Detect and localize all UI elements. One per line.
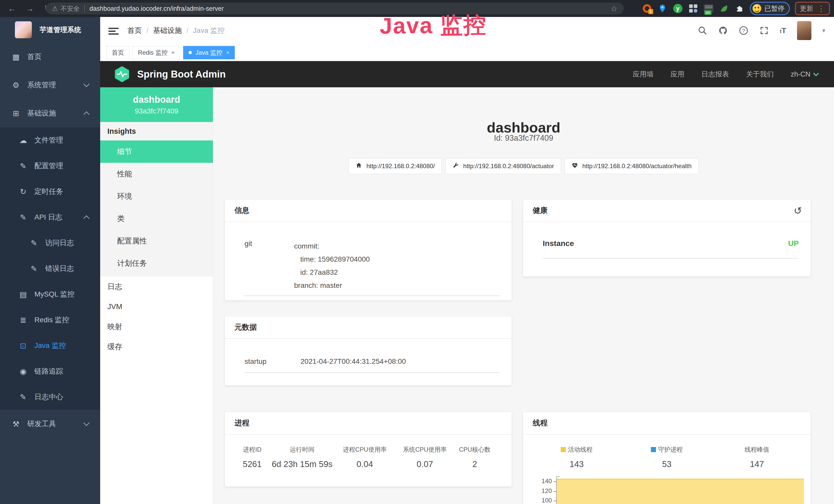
history-icon[interactable]: ↺ xyxy=(794,205,802,216)
url-text[interactable]: dashboard.yudao.iocoder.cn/infra/admin-s… xyxy=(89,5,224,12)
fullscreen-icon[interactable] xyxy=(759,26,769,36)
admin-logo-row[interactable]: 芋道管理系统 xyxy=(0,17,100,43)
sba-menu-细节[interactable]: 细节 xyxy=(100,140,213,163)
address-bar[interactable]: ⚠ 不安全 dashboard.yudao.iocoder.cn/infra/a… xyxy=(46,3,623,15)
chart-ytick-label: 120– xyxy=(535,487,557,495)
tab-label: 首页 xyxy=(112,48,124,57)
sba-menu-映射[interactable]: 映射 xyxy=(100,317,213,337)
hamburger-icon[interactable] xyxy=(108,26,119,35)
info-card: 信息 git commit:time: 1596289704000id: 27a… xyxy=(225,200,512,300)
font-size-icon[interactable]: tT xyxy=(780,26,786,35)
spring-boot-admin-logo[interactable] xyxy=(113,66,130,83)
process-card-title: 进程 xyxy=(225,412,512,435)
info-git-line: id: 27aa832 xyxy=(294,266,370,279)
sba-menu-性能[interactable]: 性能 xyxy=(100,163,213,185)
sidebar-item-配置管理[interactable]: ✎配置管理 xyxy=(0,153,100,179)
threads-stats-row: 活动线程143守护进程53线程峰值147 xyxy=(532,445,802,469)
switch-extension-icon[interactable]: on xyxy=(704,3,714,14)
y-extension-icon[interactable]: y xyxy=(673,3,683,14)
instance-id: 93a3fc7f7409 xyxy=(135,107,178,115)
sidebar-item-Java-监控[interactable]: ⊡Java 监控 xyxy=(0,333,100,359)
sidebar-item-Redis-监控[interactable]: ≣Redis 监控 xyxy=(0,307,100,333)
browser-update-button[interactable]: 更新 ⋮ xyxy=(795,2,830,15)
breadcrumb-item[interactable]: 基础设施 xyxy=(153,26,182,36)
sidebar-item-定时任务[interactable]: ↻定时任务 xyxy=(0,179,100,204)
github-icon[interactable] xyxy=(718,26,728,36)
sidebar-item-基础设施[interactable]: ⊞基础设施 xyxy=(0,99,100,127)
sba-menu-配置属性[interactable]: 配置属性 xyxy=(100,230,213,252)
sba-nav-关于我们[interactable]: 关于我们 xyxy=(746,70,774,79)
sba-nav-应用墙[interactable]: 应用墙 xyxy=(633,70,654,79)
sba-menu-JVM[interactable]: JVM xyxy=(100,297,213,317)
info-git-line: commit: xyxy=(294,239,370,253)
sidebar-item-文件管理[interactable]: ☁文件管理 xyxy=(0,127,100,153)
info-git-line: time: 1596289704000 xyxy=(294,253,370,266)
bookmark-star-icon[interactable]: ☆ xyxy=(611,4,617,13)
pin-extension-icon[interactable] xyxy=(657,3,667,14)
close-icon[interactable]: × xyxy=(226,49,229,56)
colorpicker-extension-icon[interactable]: 1 xyxy=(642,3,652,14)
health-card-title: 健康 xyxy=(533,205,548,216)
sba-nav-日志报表[interactable]: 日志报表 xyxy=(701,70,729,79)
user-avatar[interactable] xyxy=(797,21,811,40)
sidebar-item-MySQL-监控[interactable]: ▤MySQL 监控 xyxy=(0,281,100,307)
sba-menu-日志[interactable]: 日志 xyxy=(100,276,213,297)
chevron-down-icon xyxy=(84,85,88,89)
log-icon: ✎ xyxy=(29,264,39,273)
page-title: dashboard xyxy=(213,119,834,136)
instance-header[interactable]: dashboard 93a3fc7f7409 xyxy=(100,87,213,122)
insights-group-label: Insights xyxy=(100,122,213,140)
grid-extension-icon[interactable] xyxy=(688,3,698,14)
sba-menu-计划任务[interactable]: 计划任务 xyxy=(100,252,213,274)
sba-menu-环境[interactable]: 环境 xyxy=(100,185,213,207)
profile-avatar-emoji xyxy=(752,4,761,13)
caret-down-icon[interactable]: ▾ xyxy=(822,27,825,34)
profile-paused-badge[interactable]: 已暂停 xyxy=(750,2,790,15)
sba-menu-类[interactable]: 类 xyxy=(100,207,213,230)
sidebar-item-label: 链路追踪 xyxy=(35,366,63,376)
sidebar-item-首页[interactable]: ▦首页 xyxy=(0,43,100,71)
instance-link-button[interactable]: http://192.168.0.2:48080/ xyxy=(349,158,442,174)
sidebar-item-label: 基础设施 xyxy=(27,108,56,118)
chart-ytick-label: 140– xyxy=(535,478,557,485)
leaf-extension-icon[interactable] xyxy=(719,3,729,14)
forward-icon[interactable]: → xyxy=(25,4,35,13)
stat-value: 53 xyxy=(622,459,712,469)
health-instance-row: Instance UP xyxy=(543,239,799,258)
sba-brand-title[interactable]: Spring Boot Admin xyxy=(137,69,226,80)
sidebar-item-API-日志[interactable]: ✎API 日志 xyxy=(0,204,100,230)
sidebar-item-访问日志[interactable]: ✎访问日志 xyxy=(0,230,100,256)
breadcrumb-item[interactable]: Java 监控 xyxy=(193,26,225,36)
breadcrumb-separator: / xyxy=(186,26,189,35)
sidebar-item-链路追踪[interactable]: ◉链路追踪 xyxy=(0,359,100,384)
history-icon: ↻ xyxy=(18,187,28,196)
sba-nav-应用[interactable]: 应用 xyxy=(671,70,684,79)
sidebar-item-错误日志[interactable]: ✎错误日志 xyxy=(0,256,100,281)
close-icon[interactable]: × xyxy=(171,49,175,56)
breadcrumb-separator: / xyxy=(147,26,149,35)
instance-link-button[interactable]: http://192.168.0.2:48080/actuator xyxy=(445,158,561,174)
svg-text:?: ? xyxy=(742,28,745,33)
locale-selector[interactable]: zh-CN xyxy=(791,70,817,78)
instance-link-url: http://192.168.0.2:48080/ xyxy=(366,162,435,170)
help-icon[interactable]: ? xyxy=(739,26,748,36)
security-label[interactable]: 不安全 xyxy=(60,4,80,13)
puzzle-extensions-icon[interactable] xyxy=(734,3,745,14)
sba-menu-缓存[interactable]: 缓存 xyxy=(100,337,213,357)
instance-link-button[interactable]: http://192.168.0.2:48080/actuator/health xyxy=(565,158,699,174)
browser-menu-icon[interactable]: ⋮ xyxy=(817,4,825,13)
tab-Redis-监控[interactable]: Redis 监控× xyxy=(133,46,180,59)
back-icon[interactable]: ← xyxy=(7,4,17,13)
log-icon: ✎ xyxy=(29,238,39,248)
tab-首页[interactable]: 首页 xyxy=(106,46,129,59)
sidebar-item-系统管理[interactable]: ⚙系统管理 xyxy=(0,71,100,99)
sidebar-item-日志中心[interactable]: ✎日志中心 xyxy=(0,384,100,410)
breadcrumb-item[interactable]: 首页 xyxy=(127,26,142,36)
sidebar-item-研发工具[interactable]: ⚒研发工具 xyxy=(0,410,100,438)
legend-swatch-icon xyxy=(651,447,656,452)
stat-value: 143 xyxy=(532,459,622,469)
extension-badge: 1 xyxy=(648,9,653,14)
search-icon[interactable] xyxy=(698,26,707,36)
tab-Java-监控[interactable]: Java 监控× xyxy=(183,46,235,59)
sidebar-item-label: Redis 监控 xyxy=(35,315,69,325)
